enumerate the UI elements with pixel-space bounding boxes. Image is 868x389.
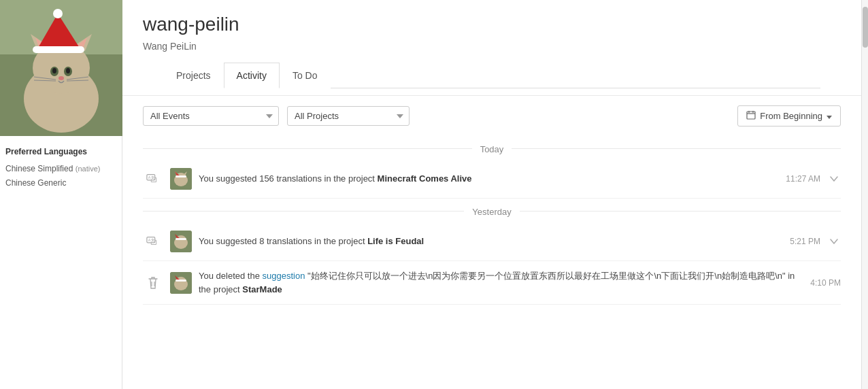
calendar-icon (746, 110, 756, 122)
scrollbar-thumb[interactable] (863, 7, 868, 48)
translation-icon-wrapper: A 文 (143, 171, 163, 187)
activity-project-yesterday-2: StarMade (242, 284, 282, 294)
language-name-1: Chinese Simplified (5, 164, 73, 173)
activity-user-avatar-yesterday-1 (170, 231, 192, 252)
translation-icon-wrapper-2: A 文 (143, 233, 163, 250)
date-filter-chevron (827, 111, 832, 121)
language-name-2: Chinese Generic (5, 178, 66, 188)
activity-text-prefix-y1: You suggested 8 translations in the proj… (199, 236, 367, 246)
svg-point-16 (59, 76, 64, 80)
activity-item-yesterday-2: You deleted the suggestion "始终记住你只可以放一个进… (143, 261, 841, 305)
activity-text-prefix: You suggested 156 translations in the pr… (199, 173, 378, 184)
activity-project-yesterday-1: Life is Feudal (367, 236, 424, 246)
delete-icon-wrapper (143, 275, 163, 291)
day-label-yesterday-text: Yesterday (464, 207, 519, 217)
svg-text:A: A (148, 238, 151, 242)
activity-suggestion-link[interactable]: suggestion (263, 271, 305, 281)
scrollbar[interactable] (861, 0, 868, 389)
user-avatar (0, 0, 122, 136)
svg-point-11 (53, 9, 63, 18)
svg-text:文: 文 (151, 238, 154, 242)
svg-rect-42 (176, 238, 186, 240)
profile-username: wang-peilin (143, 14, 841, 35)
main-content: wang-peilin Wang PeiLin Projects Activit… (122, 0, 861, 389)
tab-activity[interactable]: Activity (224, 63, 280, 88)
svg-rect-21 (747, 112, 755, 119)
svg-text:文: 文 (151, 175, 154, 180)
activity-project-today-1: Minecraft Comes Alive (378, 173, 472, 184)
activity-user-avatar-today-1 (170, 168, 192, 190)
activity-time-today-1: 11:27 AM (786, 174, 820, 184)
activity-section: Today A 文 (122, 136, 861, 305)
activity-expand-yesterday-1[interactable] (827, 235, 841, 248)
svg-point-15 (66, 68, 70, 73)
activity-item-yesterday-1: A 文 You suggested 8 translations in the … (143, 222, 841, 261)
activity-text-today-1: You suggested 156 translations in the pr… (199, 172, 773, 186)
activity-delete-prefix: You deleted the (199, 271, 263, 281)
tab-projects[interactable]: Projects (163, 63, 224, 88)
profile-realname: Wang PeiLin (143, 41, 841, 52)
activity-time-yesterday-2: 4:10 PM (810, 278, 841, 288)
sidebar: Preferred Languages Chinese Simplified (… (0, 0, 122, 389)
events-filter[interactable]: All Events (143, 106, 279, 126)
preferred-languages-title: Preferred Languages (5, 147, 116, 156)
filters-row: All Events All Projects From Beginning (122, 96, 861, 136)
profile-tabs: Projects Activity To Do (163, 63, 820, 88)
activity-expand-today-1[interactable] (827, 172, 841, 186)
date-filter-button[interactable]: From Beginning (737, 105, 841, 126)
svg-point-14 (52, 68, 56, 73)
svg-rect-10 (33, 46, 84, 53)
date-filter-label: From Beginning (760, 111, 822, 121)
language-item-1: Chinese Simplified (native) (5, 163, 116, 175)
activity-item-today-1: A 文 You suggested 156 translations in t (143, 160, 841, 199)
language-note-1: (native) (76, 165, 101, 173)
svg-rect-49 (176, 280, 186, 282)
projects-filter[interactable]: All Projects (287, 106, 410, 126)
day-label-today: Today (143, 136, 841, 160)
activity-text-yesterday-2: You deleted the suggestion "始终记住你只可以放一个进… (199, 269, 798, 296)
activity-text-yesterday-1: You suggested 8 translations in the proj… (199, 235, 778, 248)
tab-todo[interactable]: To Do (280, 63, 331, 88)
language-item-2: Chinese Generic (5, 177, 116, 189)
activity-user-avatar-yesterday-2 (170, 272, 192, 294)
profile-header: wang-peilin Wang PeiLin Projects Activit… (122, 0, 861, 96)
activity-time-yesterday-1: 5:21 PM (790, 237, 820, 246)
day-label-yesterday: Yesterday (143, 199, 841, 222)
preferred-languages-section: Preferred Languages Chinese Simplified (… (0, 136, 122, 203)
day-label-today-text: Today (472, 144, 512, 154)
svg-text:A: A (148, 175, 151, 180)
svg-rect-34 (176, 175, 186, 177)
